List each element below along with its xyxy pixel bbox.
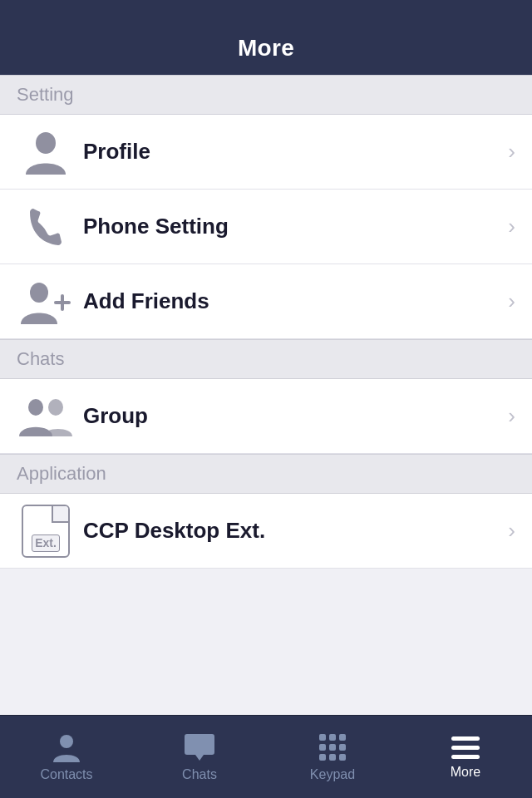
svg-point-4 [28,399,43,416]
tab-contacts-label: Contacts [40,767,92,782]
svg-rect-10 [319,744,326,751]
chats-icon [184,732,215,762]
contacts-icon [52,732,81,762]
group-chevron: › [508,403,515,429]
phone-setting-chevron: › [508,214,515,239]
ext-doc-icon: Ext. [17,505,75,558]
svg-rect-8 [329,734,336,741]
svg-rect-12 [339,744,346,751]
more-icon [450,735,481,760]
add-friends-chevron: › [508,288,515,314]
tab-chats-label: Chats [182,767,217,782]
ccp-desktop-label: CCP Desktop Ext. [75,518,508,544]
svg-rect-11 [329,744,336,751]
svg-point-6 [60,735,73,748]
group-label: Group [75,403,508,429]
tab-bar: Contacts Chats Keypad [0,715,532,798]
menu-item-phone-setting[interactable]: Phone Setting › [0,190,532,264]
svg-rect-7 [319,734,326,741]
phone-setting-label: Phone Setting [75,214,508,239]
header: More [0,0,532,75]
svg-rect-16 [451,736,480,741]
tab-contacts[interactable]: Contacts [0,716,133,798]
profile-chevron: › [508,139,515,165]
svg-point-1 [30,283,48,303]
section-setting: Setting [0,75,532,115]
person-icon [17,130,75,175]
tab-keypad[interactable]: Keypad [266,716,399,798]
section-chats: Chats [0,339,532,379]
tab-chats[interactable]: Chats [133,716,266,798]
svg-point-0 [36,132,56,154]
profile-label: Profile [75,139,508,165]
group-icon [17,395,75,438]
svg-rect-9 [339,734,346,741]
svg-rect-14 [329,754,336,761]
section-setting-label: Setting [17,84,74,105]
tab-more-label: More [451,765,480,780]
header-title: More [238,35,294,62]
add-person-icon [17,279,75,324]
section-application: Application [0,454,532,494]
menu-item-add-friends[interactable]: Add Friends › [0,264,532,339]
keypad-icon [317,732,348,762]
svg-point-5 [48,399,63,416]
svg-rect-13 [319,754,326,761]
menu-item-ccp-desktop[interactable]: Ext. CCP Desktop Ext. › [0,494,532,569]
ccp-desktop-chevron: › [508,518,515,544]
section-application-label: Application [17,463,106,484]
svg-rect-18 [451,755,480,759]
tab-more[interactable]: More [399,716,532,798]
menu-item-profile[interactable]: Profile › [0,115,532,190]
section-chats-label: Chats [17,348,64,369]
add-friends-label: Add Friends [75,288,508,314]
menu-item-group[interactable]: Group › [0,379,532,454]
phone-icon [17,205,75,249]
svg-rect-17 [451,746,480,750]
tab-keypad-label: Keypad [310,767,355,782]
svg-rect-15 [339,754,346,761]
